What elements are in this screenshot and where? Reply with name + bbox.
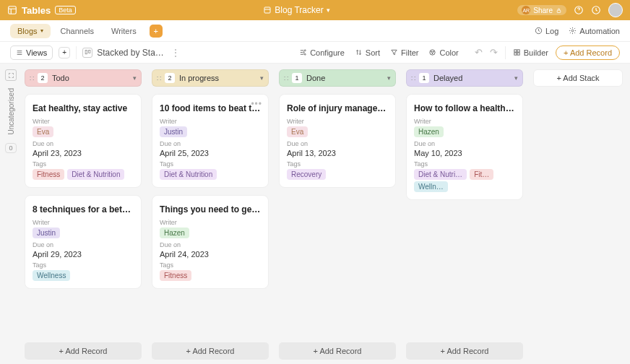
svg-rect-7 (85, 51, 87, 54)
svg-rect-16 (514, 50, 517, 52)
add-stack-button[interactable]: + Add Stack (533, 69, 623, 87)
record-card[interactable]: How to follow a healthy lif…WriterHazenD… (406, 94, 523, 200)
divider (505, 46, 506, 59)
undo-button[interactable]: ↶ (475, 47, 483, 58)
add-record-button[interactable]: + Add Record (556, 46, 620, 60)
writer-label: Writer (33, 118, 134, 125)
uncategorised-label[interactable]: Uncategorised (7, 88, 15, 134)
stack-header[interactable]: ∷1Delayed▾ (406, 69, 523, 87)
writer-label: Writer (33, 219, 134, 226)
color-label: Color (439, 48, 458, 57)
tags-label: Tags (160, 160, 261, 168)
svg-point-9 (304, 50, 306, 51)
more-icon[interactable]: ⋮ (171, 48, 180, 58)
chevron-down-icon[interactable]: ▾ (133, 74, 137, 82)
add-view-button[interactable]: + (59, 47, 70, 58)
due-value: April 13, 2023 (287, 149, 388, 157)
chevron-down-icon[interactable]: ▾ (514, 74, 518, 82)
due-label: Due on (33, 241, 134, 248)
filter-label: Filter (401, 48, 418, 57)
record-card[interactable]: 8 techniques for a better …WriterJustinD… (25, 195, 142, 289)
tags-label: Tags (414, 160, 515, 168)
views-button[interactable]: Views (10, 46, 53, 60)
svg-rect-18 (514, 53, 517, 55)
record-card[interactable]: Things you need to get st…WriterHazenDue… (152, 195, 269, 289)
clock-icon[interactable] (591, 5, 601, 15)
filter-button[interactable]: Filter (390, 48, 418, 57)
color-button[interactable]: Color (428, 48, 458, 57)
record-card[interactable]: Role of injury managemen…WriterEvaDue on… (279, 94, 396, 188)
uncategorised-count: 0 (5, 143, 17, 153)
beta-badge: Beta (55, 6, 76, 14)
log-label: Log (545, 27, 558, 35)
builder-button[interactable]: Builder (513, 48, 548, 57)
stack-count: 1 (292, 73, 302, 83)
expand-icon[interactable] (5, 69, 17, 81)
help-icon[interactable] (574, 5, 584, 15)
stack-in-progress: ∷2In progress▾•••10 food items to beat t… (152, 69, 269, 364)
writer-chip: Eva (287, 126, 308, 137)
log-button[interactable]: Log (535, 27, 558, 35)
due-label: Due on (287, 140, 388, 147)
due-value: April 25, 2023 (160, 149, 261, 157)
record-card[interactable]: Eat healthy, stay activeWriterEvaDue onA… (25, 94, 142, 188)
stack-title: In progress (179, 74, 256, 82)
svg-point-12 (430, 50, 435, 55)
app-logo-icon (7, 5, 17, 15)
due-label: Due on (160, 140, 261, 147)
stack-add-record[interactable]: + Add Record (279, 342, 396, 360)
chevron-down-icon[interactable]: ▾ (260, 74, 264, 82)
tags-row: Fitness (160, 269, 261, 281)
card-title: Things you need to get st… (160, 204, 261, 214)
sort-label: Sort (366, 48, 380, 57)
tag-chip: Diet & Nutrition (67, 169, 124, 180)
drag-handle-icon[interactable]: ∷ (157, 74, 160, 82)
redo-button[interactable]: ↷ (490, 47, 498, 58)
due-label: Due on (160, 241, 261, 248)
tab-writers[interactable]: Writers (104, 24, 144, 38)
user-avatar[interactable] (608, 3, 623, 17)
stack-count: 2 (165, 73, 175, 83)
builder-label: Builder (524, 48, 548, 57)
card-menu-icon[interactable]: ••• (251, 99, 262, 109)
tags-label: Tags (160, 261, 261, 269)
svg-rect-2 (557, 10, 561, 12)
tag-chip: Fitness (33, 169, 64, 180)
automation-button[interactable]: Automation (569, 27, 620, 35)
workspace-switcher[interactable]: Blog Tracker ▾ (76, 5, 518, 15)
due-label: Due on (414, 140, 515, 147)
record-card[interactable]: •••10 food items to beat the …WriterJust… (152, 94, 269, 188)
card-title: 8 techniques for a better … (33, 204, 134, 214)
stack-add-record[interactable]: + Add Record (406, 342, 523, 360)
drag-handle-icon[interactable]: ∷ (30, 74, 33, 82)
share-button[interactable]: AR Share (517, 5, 566, 15)
stack-delayed: ∷1Delayed▾How to follow a healthy lif…Wr… (406, 69, 523, 364)
tab-channels[interactable]: Channels (53, 24, 101, 38)
kanban-icon (82, 48, 92, 58)
stacked-by-control[interactable]: Stacked by Sta… ⋮ (82, 48, 180, 58)
add-tab-button[interactable]: + (150, 25, 163, 38)
share-label: Share (533, 6, 553, 14)
drag-handle-icon[interactable]: ∷ (284, 74, 288, 82)
chevron-down-icon: ▾ (327, 6, 330, 14)
stack-header[interactable]: ∷2In progress▾ (152, 69, 269, 87)
tag-chip: Fitness (160, 270, 191, 281)
writer-chip: Justin (160, 126, 187, 137)
stack-add-record[interactable]: + Add Record (25, 342, 142, 360)
tag-chip: Diet & Nutri… (414, 169, 467, 180)
tab-blogs[interactable]: Blogs▾ (10, 24, 51, 38)
drag-handle-icon[interactable]: ∷ (411, 74, 415, 82)
sort-button[interactable]: Sort (355, 48, 380, 57)
stack-header[interactable]: ∷1Done▾ (279, 69, 396, 87)
due-label: Due on (33, 140, 134, 147)
stack-header[interactable]: ∷2Todo▾ (25, 69, 142, 87)
chevron-down-icon[interactable]: ▾ (387, 74, 391, 82)
tag-chip: Welln… (414, 181, 448, 192)
stack-title: Done (306, 74, 383, 82)
tags-row: Diet & Nutri…Fit…Welln… (414, 168, 515, 192)
configure-button[interactable]: Configure (299, 48, 345, 57)
stack-add-record[interactable]: + Add Record (152, 342, 269, 360)
card-title: Eat healthy, stay active (33, 103, 134, 113)
stack-count: 1 (419, 73, 429, 83)
share-avatar: AR (522, 6, 530, 14)
